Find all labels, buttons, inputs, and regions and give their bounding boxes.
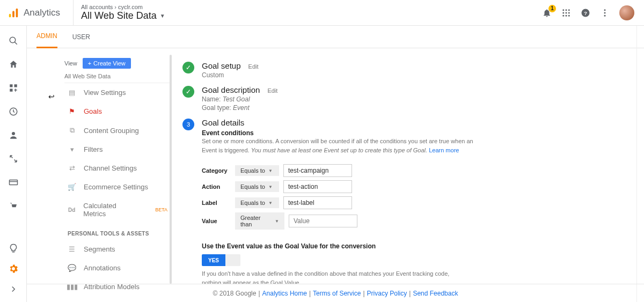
more-vert-icon[interactable] [600, 8, 610, 18]
step-goal-details: 3 Goal details Event conditions Set one … [182, 118, 628, 284]
svg-rect-2 [16, 8, 18, 17]
group-icon: ⧉ [68, 126, 76, 135]
menu-content-grouping[interactable]: ⧉Content Grouping [64, 121, 172, 140]
notifications-icon[interactable]: 1 [542, 8, 552, 18]
menu-calculated-metrics[interactable]: DdCalculated Metrics BETA [64, 196, 172, 223]
footer-link-feedback[interactable]: Send Feedback [413, 290, 458, 297]
edit-step1-link[interactable]: Edit [248, 63, 259, 70]
svg-point-3 [562, 9, 564, 11]
analytics-logo-icon [8, 7, 19, 19]
header-actions: 1 ? [542, 5, 640, 20]
svg-point-9 [562, 14, 564, 16]
apps-icon[interactable] [561, 8, 571, 18]
cond-label-input[interactable] [283, 196, 352, 209]
goal-value-toggle[interactable]: YES [202, 254, 240, 266]
page-scrollbar[interactable] [636, 26, 644, 302]
create-view-button[interactable]: + Create View [83, 58, 131, 69]
step-goal-description: ✓ Goal description Edit Name: Test Goal … [182, 85, 628, 112]
menu-view-settings[interactable]: ▤View Settings [64, 83, 172, 102]
svg-text:?: ? [584, 10, 587, 16]
view-name[interactable]: All Web Site Data [64, 73, 172, 79]
menu-channel-settings[interactable]: ⇄Channel Settings [64, 159, 172, 178]
cond-action-input[interactable] [283, 180, 352, 193]
step3-number-badge: 3 [182, 119, 194, 130]
acquisition-icon[interactable] [8, 153, 19, 164]
tab-user[interactable]: USER [72, 26, 90, 48]
edit-step2-link[interactable]: Edit [267, 87, 277, 94]
svg-point-15 [604, 12, 606, 13]
footer-link-privacy[interactable]: Privacy Policy [367, 290, 407, 297]
event-conditions-help: Set one or more conditions. A conversion… [202, 137, 481, 154]
breadcrumb: All accounts › cyclr.com [81, 4, 542, 10]
back-arrow-icon[interactable]: ↩ [48, 92, 55, 101]
title-block[interactable]: All accounts › cyclr.com All Web Site Da… [73, 0, 542, 26]
help-icon[interactable]: ? [581, 8, 590, 18]
svg-point-4 [566, 9, 567, 11]
check-icon: ✓ [182, 86, 194, 98]
step2-title: Goal description [202, 85, 260, 94]
metrics-icon: Dd [68, 207, 76, 213]
svg-point-23 [12, 132, 15, 135]
menu-ecommerce-settings[interactable]: 🛒Ecommerce Settings [64, 178, 172, 196]
chevron-down-icon: ▼ [268, 168, 273, 173]
cond-row-value: Value Greater than▼ [202, 212, 628, 230]
cond-category-operator[interactable]: Equals to▼ [235, 165, 279, 176]
svg-point-16 [604, 14, 606, 16]
customization-icon[interactable] [8, 83, 19, 93]
admin-gear-icon[interactable] [8, 263, 19, 274]
cond-row-action: Action Equals to▼ [202, 180, 628, 193]
realtime-icon[interactable] [8, 106, 19, 117]
menu-filters[interactable]: ▾Filters [64, 140, 172, 159]
learn-more-link[interactable]: Learn more [429, 147, 459, 153]
cond-action-operator[interactable]: Equals to▼ [235, 181, 279, 192]
collapse-icon[interactable] [8, 284, 19, 294]
svg-rect-21 [10, 89, 12, 92]
svg-point-8 [568, 12, 570, 13]
filter-icon: ▾ [68, 145, 76, 153]
audience-icon[interactable] [8, 130, 19, 141]
menu-goals[interactable]: ⚑Goals [64, 102, 172, 121]
conversions-icon[interactable] [8, 201, 19, 211]
tab-admin[interactable]: ADMIN [36, 26, 57, 48]
svg-line-18 [14, 42, 17, 45]
avatar[interactable] [619, 5, 634, 20]
cond-value-input[interactable] [289, 215, 357, 227]
discover-icon[interactable] [8, 243, 19, 254]
view-menu: ▤View Settings ⚑Goals ⧉Content Grouping … [64, 83, 172, 296]
conditions-table: Category Equals to▼ Action Equals to▼ La… [202, 164, 628, 230]
content-region: ↩ View + Create View All Web Site Data ▤… [27, 48, 644, 284]
step3-title: Goal details [202, 118, 628, 127]
personal-tools-header: PERSONAL TOOLS & ASSETS [64, 223, 172, 240]
svg-rect-1 [12, 11, 14, 17]
logo-block[interactable]: Analytics [8, 7, 73, 19]
notification-badge: 1 [548, 5, 556, 12]
behavior-icon[interactable] [8, 177, 19, 188]
step-goal-setup: ✓ Goal setup Edit Custom [182, 61, 628, 79]
svg-point-11 [568, 14, 570, 16]
search-icon[interactable] [8, 35, 19, 46]
flag-icon: ⚑ [68, 107, 76, 115]
check-icon: ✓ [182, 62, 194, 73]
svg-rect-24 [9, 180, 17, 185]
svg-point-5 [568, 9, 570, 11]
view-label: View [64, 60, 77, 67]
svg-point-14 [604, 9, 606, 11]
cond-label-operator[interactable]: Equals to▼ [235, 197, 279, 208]
menu-annotations[interactable]: 💬Annotations [64, 259, 172, 277]
left-nav-rail [0, 26, 27, 302]
toggle-help-text: If you don't have a value defined in the… [202, 269, 470, 284]
svg-rect-20 [14, 84, 17, 87]
cond-category-input[interactable] [283, 164, 352, 177]
column-scrollbar[interactable] [170, 55, 172, 284]
channel-icon: ⇄ [68, 164, 76, 172]
event-conditions-heading: Event conditions [202, 129, 628, 137]
footer-link-home[interactable]: Analytics Home [262, 290, 307, 297]
file-icon: ▤ [68, 89, 76, 97]
menu-segments[interactable]: ☰Segments [64, 240, 172, 259]
footer-link-tos[interactable]: Terms of Service [313, 290, 361, 297]
svg-point-10 [566, 14, 567, 16]
svg-rect-19 [10, 84, 12, 87]
chevron-down-icon: ▼ [275, 219, 279, 224]
cond-value-operator[interactable]: Greater than▼ [235, 212, 284, 230]
home-icon[interactable] [8, 59, 19, 70]
